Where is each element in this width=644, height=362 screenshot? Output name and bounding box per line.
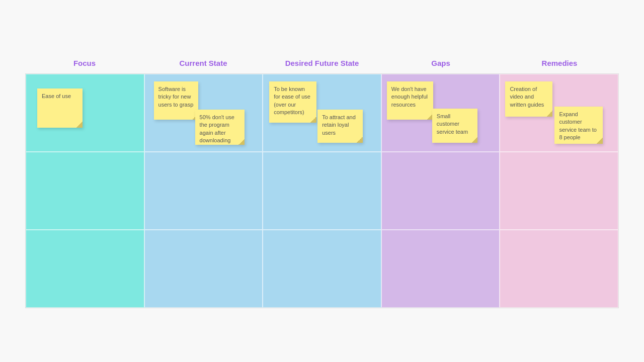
cell-r1-focus: Ease of use [26,74,144,152]
cell-r2-gaps [381,152,500,230]
cell-r3-current [144,230,263,308]
header-desired: Desired Future State [263,54,381,73]
note-to-be-known: To be known for ease of use (over our co… [269,81,316,123]
cell-r3-gaps [381,230,500,308]
cell-r2-desired [263,152,381,230]
header-remedies: Remedies [500,54,619,73]
header-current: Current State [144,54,263,73]
note-fifty-percent: 50% don't use the program again after do… [195,110,245,145]
main-grid: Ease of use Software is tricky for new u… [25,73,619,308]
note-ease-of-use: Ease of use [37,88,83,128]
board-container: Focus Current State Desired Future State… [25,54,619,308]
note-no-resources: We don't have enough helpful resources [387,81,433,120]
cell-r1-desired: To be known for ease of use (over our co… [263,74,381,152]
note-expand-team: Expand customer service team to 8 people [554,107,603,144]
header-gaps: Gaps [381,54,500,73]
cell-r1-current: Software is tricky for new users to gras… [144,74,263,152]
cell-r1-remedies: Creation of video and written guides Exp… [500,74,618,152]
cell-r2-remedies [500,152,618,230]
cell-r1-gaps: We don't have enough helpful resources S… [381,74,500,152]
column-headers: Focus Current State Desired Future State… [25,54,619,73]
note-to-attract: To attract and retain loyal users [317,110,363,143]
header-focus: Focus [25,54,144,73]
note-creation-guides: Creation of video and written guides [505,81,552,117]
cell-r2-focus [26,152,144,230]
note-small-team: Small customer service team [432,109,477,143]
cell-r3-desired [263,230,381,308]
cell-r3-focus [26,230,144,308]
cell-r3-remedies [500,230,618,308]
cell-r2-current [144,152,263,230]
note-software-tricky: Software is tricky for new users to gras… [154,81,198,120]
